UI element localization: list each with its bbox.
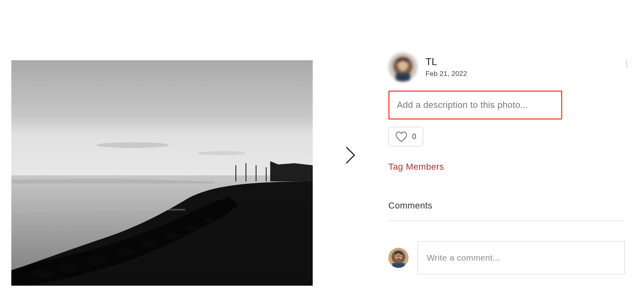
divider: [388, 221, 625, 221]
photo-pane: [0, 0, 388, 299]
svg-rect-28: [392, 263, 405, 268]
svg-point-24: [396, 258, 401, 262]
comment-input[interactable]: Write a comment...: [417, 241, 625, 274]
photo-detail-layout: TL Feb 21, 2022 ··· Add a description to…: [0, 0, 644, 299]
comment-composer: Write a comment...: [388, 241, 625, 274]
author-row: TL Feb 21, 2022: [388, 53, 625, 82]
author-name[interactable]: TL: [426, 56, 467, 67]
next-photo-button[interactable]: [345, 145, 356, 166]
more-options-button[interactable]: ···: [625, 60, 628, 67]
comment-placeholder: Write a comment...: [427, 253, 500, 263]
description-input[interactable]: Add a description to this photo...: [388, 91, 562, 120]
details-pane: TL Feb 21, 2022 ··· Add a description to…: [388, 0, 644, 299]
main-photo[interactable]: [11, 60, 313, 286]
svg-rect-20: [396, 74, 410, 82]
tag-members-link[interactable]: Tag Members: [388, 162, 625, 172]
dots-vertical-icon: ···: [625, 60, 628, 67]
heart-icon: [395, 131, 407, 142]
comments-heading: Comments: [388, 200, 625, 211]
current-user-avatar[interactable]: [388, 248, 409, 268]
author-meta: TL Feb 21, 2022: [426, 56, 467, 78]
chevron-right-icon: [345, 145, 356, 165]
like-count: 0: [412, 133, 416, 141]
svg-rect-16: [11, 60, 313, 286]
author-avatar[interactable]: [388, 53, 417, 82]
like-button[interactable]: 0: [388, 127, 423, 146]
post-date: Feb 21, 2022: [426, 70, 467, 78]
description-placeholder: Add a description to this photo...: [397, 100, 528, 110]
